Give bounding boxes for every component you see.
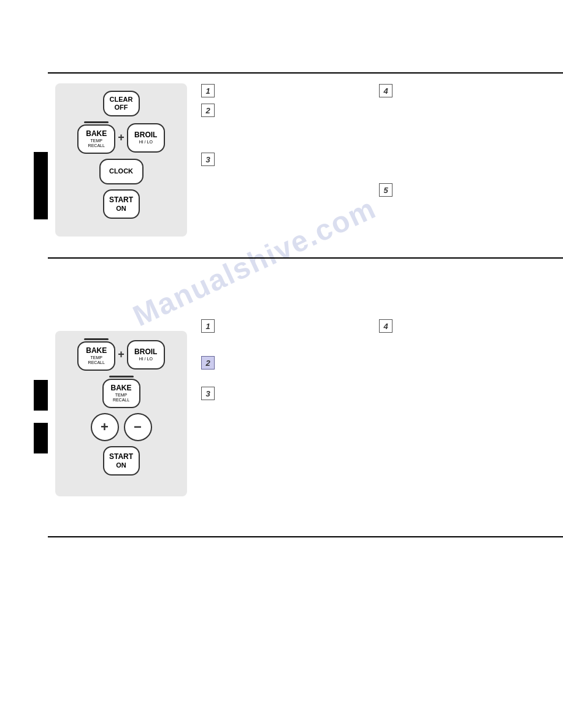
step-2-2: 2 <box>201 355 220 370</box>
step-num-2-1: 1 <box>201 319 215 333</box>
start-on-button-2[interactable]: START ON <box>103 446 140 476</box>
bake-solo-line2: TEMP <box>115 393 127 398</box>
step-num-1-5: 5 <box>379 183 393 197</box>
start-line2-2: ON <box>116 461 126 469</box>
bake-dash-1 <box>84 121 109 123</box>
steps-area-2: 1 2 3 4 <box>201 319 554 533</box>
start-on-button-1[interactable]: START ON <box>103 189 140 219</box>
step-num-2-3: 3 <box>201 387 215 400</box>
broil-line1-2: BROIL <box>134 347 157 356</box>
bake-dash-3 <box>109 376 134 377</box>
bake-line1-2: BAKE <box>86 346 107 355</box>
section-2: BAKE TEMP RECALL + BROIL HI / LO BAKE TE… <box>48 257 563 536</box>
sidebar-black-bar-mid2 <box>34 423 48 453</box>
step-1-4: 4 <box>379 83 397 97</box>
section-3 <box>48 536 563 728</box>
bake-solo-line1: BAKE <box>110 384 131 392</box>
start-line2-1: ON <box>116 205 126 213</box>
bake-line1-1: BAKE <box>86 129 107 138</box>
bake-solo-line3: RECALL <box>113 398 129 403</box>
bake-line3-2: RECALL <box>88 360 105 365</box>
clear-off-line1: CLEAR <box>110 96 133 104</box>
main-content: CLEAR OFF BAKE TEMP RECALL + BROIL HI / … <box>48 0 563 728</box>
bake-broil-row-1: BAKE TEMP RECALL + BROIL HI / LO <box>77 121 165 154</box>
step-num-2-4: 4 <box>379 319 393 333</box>
broil-line1-1: BROIL <box>134 131 157 139</box>
plus-symbol-1: + <box>118 131 124 144</box>
steps-area-1: 1 2 3 4 5 <box>201 78 554 256</box>
start-line1-2: START <box>109 452 133 461</box>
plus-minus-row: + − <box>91 413 152 441</box>
bake-line2-2: TEMP <box>91 355 102 360</box>
clear-off-button[interactable]: CLEAR OFF <box>103 91 140 116</box>
bake-button-2[interactable]: BAKE TEMP RECALL <box>77 341 115 371</box>
step-1-1: 1 <box>201 83 220 97</box>
step-num-1-1: 1 <box>201 84 215 97</box>
clear-off-line2: OFF <box>115 104 128 112</box>
step-1-2: 2 <box>201 103 220 117</box>
start-line1-1: START <box>109 195 133 204</box>
step-num-2-2: 2 <box>201 356 215 370</box>
control-panel-2: BAKE TEMP RECALL + BROIL HI / LO BAKE TE… <box>55 331 187 496</box>
bake-button-3[interactable]: BAKE TEMP RECALL <box>102 379 140 408</box>
broil-button-2[interactable]: BROIL HI / LO <box>127 340 165 370</box>
plus-symbol-2: + <box>118 348 124 361</box>
broil-line2-2: HI / LO <box>139 357 153 362</box>
bake-dash-2 <box>84 338 109 340</box>
clock-label: CLOCK <box>109 167 133 175</box>
step-2-1: 1 <box>201 319 220 333</box>
bake-line2-1: TEMP <box>91 138 102 143</box>
step-2-4: 4 <box>379 319 397 333</box>
broil-line2-1: HI / LO <box>139 140 153 145</box>
step-num-1-3: 3 <box>201 153 215 166</box>
step-num-1-4: 4 <box>379 84 393 97</box>
sidebar-black-bar-mid <box>34 380 48 411</box>
control-panel-1: CLEAR OFF BAKE TEMP RECALL + BROIL HI / … <box>55 83 187 237</box>
plus-circle-button[interactable]: + <box>91 413 119 441</box>
step-1-5: 5 <box>379 183 397 197</box>
step-2-3: 3 <box>201 386 220 400</box>
sidebar <box>0 0 48 728</box>
clock-button[interactable]: CLOCK <box>99 159 144 184</box>
minus-circle-button[interactable]: − <box>124 413 152 441</box>
bake-line3-1: RECALL <box>88 143 105 148</box>
step-1-3: 3 <box>201 152 220 166</box>
broil-button-1[interactable]: BROIL HI / LO <box>127 123 165 153</box>
bake-button-1[interactable]: BAKE TEMP RECALL <box>77 124 115 154</box>
sidebar-black-bar-top <box>34 152 48 219</box>
bake-broil-row-2: BAKE TEMP RECALL + BROIL HI / LO <box>77 338 165 371</box>
step-num-1-2: 2 <box>201 104 215 117</box>
section-1: CLEAR OFF BAKE TEMP RECALL + BROIL HI / … <box>48 72 563 257</box>
